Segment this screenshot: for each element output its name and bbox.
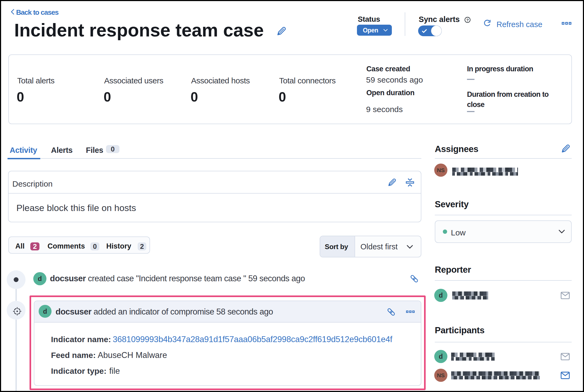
svg-text:?: ? [466, 18, 469, 22]
